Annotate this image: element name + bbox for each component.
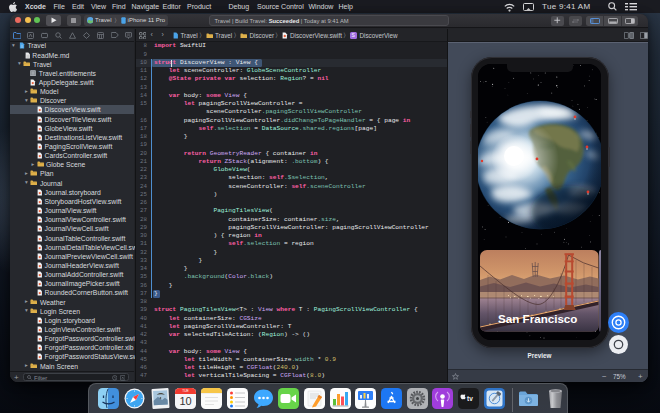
svg-text:10: 10 [180, 395, 192, 407]
svg-text:tv: tv [467, 395, 473, 402]
svg-text:TUE: TUE [183, 389, 190, 393]
